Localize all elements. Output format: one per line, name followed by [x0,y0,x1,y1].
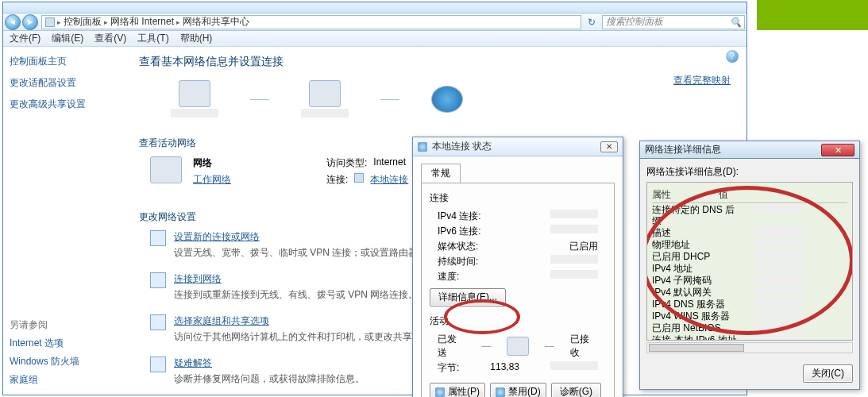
detail-row[interactable]: 已启用 NetBIOS ... [652,322,847,333]
status-titlebar[interactable]: 本地连接 状态 ✕ [413,137,623,156]
scrollbar-thumb[interactable] [649,344,744,352]
opt-troubleshoot-desc: 诊断并修复网络问题，或获得故障排除信息。 [174,372,365,386]
back-button[interactable]: ◄ [5,14,21,30]
lan-icon [354,173,364,183]
detail-row[interactable]: 已启用 DHCP [652,251,847,262]
detail-value [755,263,803,272]
detail-row[interactable]: 连接-本地 IPv6 地址 [652,334,847,341]
disable-button[interactable]: 禁用(D) [490,383,546,397]
search-icon[interactable]: 🔍 [730,17,741,28]
crumb-network[interactable]: 网络和 Internet [110,15,174,29]
page-green-banner [757,0,868,30]
detail-property: IPv4 地址 [652,263,739,274]
detail-property: 连接-本地 IPv6 地址 [652,334,739,341]
bytes-sent-value: 113,83 [490,361,519,375]
crumb-sharing-center[interactable]: 网络和共享中心 [183,15,249,29]
recv-label: 已接收 [570,333,598,360]
close-icon[interactable]: ✕ [821,144,854,156]
ipv4-label: IPv4 连接: [438,210,481,223]
sidebar-homegroup[interactable]: 家庭组 [10,373,120,387]
sidebar-advanced-sharing[interactable]: 更改高级共享设置 [10,98,120,111]
close-icon[interactable]: ✕ [600,141,618,152]
sidebar-internet-options[interactable]: Internet 选项 [10,337,120,350]
col-property[interactable]: 属性 [652,188,671,202]
detail-value [755,251,803,260]
detail-row[interactable]: 描述 [652,227,847,238]
map-link-line: —— [380,94,399,105]
access-type-value: Internet [373,156,406,170]
menu-edit[interactable]: 编辑(E) [52,32,83,45]
active-network-box: 网络 工作网络 [150,156,231,187]
opt-homegroup[interactable]: 选择家庭组和共享选项 [174,315,269,326]
sidebar: 控制面板主页 更改适配器设置 更改高级共享设置 另请参阅 Internet 选项… [3,47,126,395]
detail-row[interactable]: 连接特定的 DNS 后缀 [652,204,847,226]
page-title: 查看基本网络信息并设置连接 [139,55,734,69]
crumb-root[interactable]: 控制面板 [64,15,102,29]
chevron-right-icon: ▸ [104,18,108,26]
search-input[interactable]: 搜索控制面板 🔍 [602,15,745,29]
view-full-map-link[interactable]: 查看完整映射 [673,74,731,87]
network-type-link[interactable]: 工作网络 [193,173,231,187]
sidebar-windows-firewall[interactable]: Windows 防火墙 [10,355,120,368]
network-name: 网络 [193,156,231,170]
detail-row[interactable]: IPv4 子网掩码 [652,275,847,286]
breadcrumb[interactable]: ▸ 控制面板 ▸ 网络和 Internet ▸ 网络和共享中心 [41,15,581,29]
menu-file[interactable]: 文件(F) [10,32,41,45]
detail-property: IPv4 默认网关 [652,287,739,298]
opt-new-connection[interactable]: 设置新的连接或网络 [174,231,260,242]
opt-connect-network-desc: 连接到或重新连接到无线、有线、拨号或 VPN 网络连接。 [174,288,418,302]
menu-help[interactable]: 帮助(H) [180,32,213,45]
chevron-right-icon: ▸ [57,18,61,26]
col-value[interactable]: 值 [719,188,728,202]
detail-row[interactable]: 物理地址 [652,239,847,250]
forward-button[interactable]: ► [22,14,38,30]
diagnose-button[interactable]: 诊断(G) [551,383,601,397]
map-internet-icon [431,86,463,113]
bytes-label: 字节: [438,361,459,375]
ipv4-value [550,210,598,218]
speed-value [550,270,598,279]
map-link-line: —— [250,94,269,105]
tab-general[interactable]: 常规 [421,164,461,183]
menu-tools[interactable]: 工具(T) [137,32,168,45]
shield-icon [435,387,445,397]
connect-network-icon [150,272,166,288]
detail-row[interactable]: IPv4 地址 [652,263,847,274]
detail-property: 连接特定的 DNS 后缀 [652,204,739,226]
shield-icon [496,387,505,397]
activity-icon [507,337,528,356]
speed-label: 速度: [438,270,459,283]
sidebar-cp-home[interactable]: 控制面板主页 [10,55,120,68]
detail-row[interactable]: IPv4 默认网关 [652,287,847,298]
sidebar-adapter-settings[interactable]: 更改适配器设置 [10,76,120,90]
detail-value [755,275,803,283]
connection-link[interactable]: 本地连接 [370,173,408,187]
search-placeholder: 搜索控制面板 [606,15,663,29]
opt-troubleshoot[interactable]: 疑难解答 [174,357,212,368]
help-icon[interactable]: ? [726,50,739,63]
detail-value [755,239,803,248]
details-titlebar[interactable]: 网络连接详细信息 ✕ [640,141,859,159]
refresh-icon[interactable]: ↻ [584,17,599,28]
menu-view[interactable]: 查看(V) [95,32,126,45]
close-button[interactable]: 关闭(C) [803,364,853,383]
details-button[interactable]: 详细信息(E)... [430,288,506,306]
troubleshoot-icon [150,357,166,372]
connection-group-label: 连接 [430,191,606,205]
control-panel-icon [45,17,55,27]
detail-value [755,322,803,331]
horizontal-scrollbar[interactable] [646,342,853,353]
sent-label: 已发送 [438,333,465,360]
network-map: —— —— [171,80,734,118]
opt-connect-network[interactable]: 连接到网络 [174,273,222,284]
detail-property: 描述 [652,227,739,238]
homegroup-icon [150,314,166,330]
properties-button[interactable]: 属性(P) [430,383,485,397]
detail-row[interactable]: IPv4 DNS 服务器 [652,299,847,310]
detail-row[interactable]: IPv4 WINS 服务器 [652,310,847,322]
details-list[interactable]: 属性值 连接特定的 DNS 后缀描述物理地址已启用 DHCPIPv4 地址IPv… [646,182,853,341]
connection-icon [418,142,427,152]
new-connection-icon [150,230,166,246]
nav-buttons: ◄ ► [5,14,38,30]
window-titlebar[interactable] [3,2,746,13]
